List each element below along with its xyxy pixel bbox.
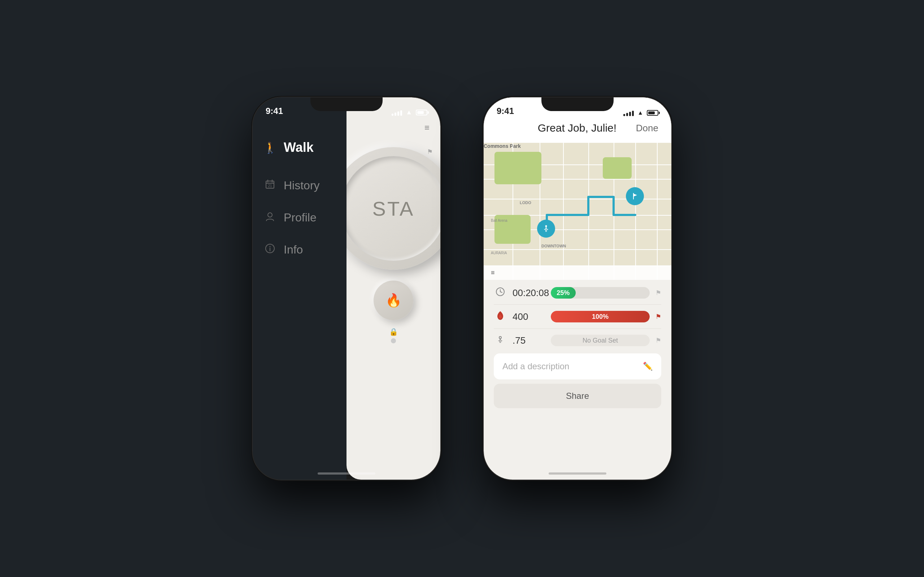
flag-icon-panel: ⚑ <box>427 148 433 156</box>
dial-inner: STA <box>347 156 440 261</box>
svg-point-9 <box>545 226 547 227</box>
flame-button[interactable]: 🔥 <box>373 280 413 320</box>
time-progress-fill: 25% <box>551 287 576 298</box>
stat-row-calories: 400 100% ⚑ <box>494 311 661 323</box>
time-progress-label: 25% <box>557 289 570 297</box>
wifi-icon-2: ▲ <box>637 110 643 116</box>
signal-bar-2-4 <box>632 111 634 116</box>
calories-flag[interactable]: ⚑ <box>656 313 661 321</box>
start-marker <box>537 220 555 238</box>
lock-dot <box>391 338 396 343</box>
calories-progress-bar: 100% <box>551 311 650 322</box>
stat-row-distance: .75 No Goal Set ⚑ <box>494 335 661 346</box>
signal-bar-4 <box>400 110 402 116</box>
wifi-icon-1: ▲ <box>406 108 412 116</box>
divider-1 <box>494 305 661 305</box>
status-icons-2: ▲ <box>624 110 658 116</box>
signal-bar-2-1 <box>624 114 625 116</box>
phone-2-screen: 9:41 ▲ Great Job, Julie! <box>484 97 671 480</box>
dial-container: ⚑ ≡ ⏱ STA 🔥 🔒 <box>347 140 440 480</box>
description-area[interactable]: Add a description ✏️ <box>494 353 661 379</box>
svg-point-7 <box>270 246 271 247</box>
done-button[interactable]: Done <box>636 122 658 134</box>
divider-2 <box>494 329 661 329</box>
auraria-label: AURARIA <box>491 251 507 255</box>
stat-row-time: 00:20:08 25% ⚑ <box>494 287 661 298</box>
ball-arena-label: Ball Arena <box>491 219 507 222</box>
signal-bar-1 <box>392 114 393 116</box>
sidebar-walk-label: Walk <box>284 140 313 155</box>
lodo-label: LODO <box>520 200 531 205</box>
hamburger-icon[interactable]: ≡ <box>425 122 430 133</box>
time-stat-icon <box>494 287 507 298</box>
battery-icon-1 <box>416 110 427 115</box>
start-label: STA <box>373 197 415 220</box>
profile-icon <box>263 211 276 224</box>
phone-1: 9:41 ▲ <box>253 97 440 480</box>
calories-progress-label: 100% <box>592 313 609 321</box>
signal-bars-1 <box>392 109 402 116</box>
walk-icon: 🚶 <box>263 141 276 154</box>
walk-panel: ≡ ⚑ ≡ ⏱ STA <box>347 97 440 480</box>
sidebar-history-label: History <box>284 179 320 192</box>
calories-progress-fill: 100% <box>551 311 650 322</box>
no-goal-text: No Goal Set <box>583 337 618 344</box>
start-dial[interactable]: STA <box>347 147 440 270</box>
signal-bar-2-3 <box>629 112 631 116</box>
route-svg <box>484 143 671 280</box>
sidebar-item-profile[interactable]: Profile <box>253 205 347 231</box>
home-indicator-2 <box>549 472 606 475</box>
distance-stat-icon <box>494 335 507 346</box>
notch-1 <box>310 97 383 111</box>
sidebar-item-history[interactable]: 21 History <box>253 172 347 199</box>
no-goal-box: No Goal Set <box>551 335 650 346</box>
sidebar: 🚶 Walk 21 History <box>253 97 347 480</box>
distance-value: .75 <box>512 335 545 346</box>
battery-icon-2 <box>647 110 658 116</box>
sidebar-info-label: Info <box>284 243 303 256</box>
lock-icon: 🔒 <box>389 327 398 336</box>
sidebar-item-walk[interactable]: 🚶 Walk <box>253 134 347 161</box>
scene: 9:41 ▲ <box>253 97 671 480</box>
sidebar-profile-label: Profile <box>284 211 317 224</box>
share-label: Share <box>566 391 589 401</box>
notch-2 <box>541 97 614 111</box>
signal-bar-2 <box>394 113 396 116</box>
signal-bars-2 <box>624 110 634 116</box>
share-area[interactable]: Share <box>494 384 661 408</box>
home-indicator-1 <box>318 472 375 475</box>
map-hamburger[interactable]: ≡ <box>491 269 495 277</box>
calories-stat-icon <box>494 311 507 323</box>
result-title: Great Job, Julie! <box>518 122 636 134</box>
battery-fill-2 <box>648 111 655 114</box>
end-marker <box>626 187 644 205</box>
signal-bar-3 <box>397 111 399 116</box>
time-flag[interactable]: ⚑ <box>656 289 661 297</box>
svg-text:21: 21 <box>268 184 272 188</box>
svg-point-14 <box>499 337 501 338</box>
stats-area: 00:20:08 25% ⚑ <box>484 280 671 353</box>
flame-icon: 🔥 <box>386 293 402 308</box>
status-icons-1: ▲ <box>392 108 427 116</box>
calories-value: 400 <box>512 311 545 322</box>
edit-icon[interactable]: ✏️ <box>643 362 653 371</box>
small-button-row: 🔥 <box>373 280 413 320</box>
history-icon: 21 <box>263 179 276 192</box>
time-value: 00:20:08 <box>512 287 545 298</box>
time-progress-bar: 25% <box>551 287 650 298</box>
distance-flag[interactable]: ⚑ <box>656 337 661 344</box>
phone-2: 9:41 ▲ Great Job, Julie! <box>484 97 671 480</box>
downtown-label: DOWNTOWN <box>541 244 566 248</box>
signal-bar-2-2 <box>626 113 628 116</box>
phone-1-screen: 9:41 ▲ <box>253 97 440 480</box>
map-area: Commons Park <box>484 143 671 280</box>
route-line <box>547 197 635 229</box>
svg-line-13 <box>500 292 502 292</box>
map-bottom-bar: ≡ <box>484 266 671 280</box>
battery-fill-1 <box>417 111 424 114</box>
info-icon <box>263 243 276 256</box>
lock-area: 🔒 <box>389 327 398 343</box>
svg-point-5 <box>268 213 272 217</box>
sidebar-item-info[interactable]: Info <box>253 237 347 263</box>
description-placeholder: Add a description <box>502 361 569 371</box>
